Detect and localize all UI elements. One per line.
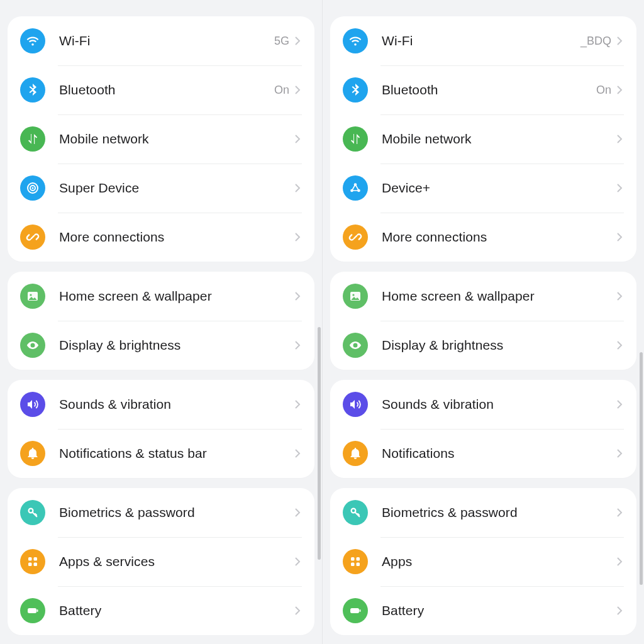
- card-sound: Sounds & vibration Notifications & statu…: [8, 380, 314, 478]
- chevron-right-icon: [293, 338, 302, 352]
- card-sound: Sounds & vibration Notifications: [330, 380, 636, 478]
- scrollbar[interactable]: [318, 327, 321, 560]
- chevron-right-icon: [615, 230, 624, 244]
- scrollbar[interactable]: [640, 352, 643, 585]
- row-value: 5G: [274, 35, 289, 48]
- row-label: Super Device: [59, 180, 293, 196]
- row-label: Display & brightness: [382, 338, 615, 353]
- row-label: Device+: [382, 180, 615, 196]
- row-label: Notifications: [382, 446, 615, 461]
- row-mobile-network[interactable]: Mobile network: [343, 114, 624, 164]
- chevron-right-icon: [615, 397, 624, 411]
- battery-icon: [343, 598, 368, 623]
- row-label: Apps & services: [59, 554, 293, 569]
- row-value: _BDQ: [580, 35, 611, 48]
- chevron-right-icon: [293, 555, 302, 569]
- settings-pane-right: Wi-Fi _BDQ Bluetooth On Mobile network D…: [322, 0, 644, 644]
- key-icon: [20, 500, 45, 525]
- image-icon: [343, 284, 368, 309]
- key-icon: [343, 500, 368, 525]
- row-biometrics[interactable]: Biometrics & password: [343, 488, 624, 537]
- chevron-right-icon: [293, 397, 302, 411]
- bell-icon: [20, 441, 45, 466]
- row-label: Wi-Fi: [59, 33, 274, 48]
- battery-icon: [20, 598, 45, 623]
- bluetooth-icon: [20, 77, 45, 103]
- row-label: Mobile network: [59, 131, 293, 147]
- row-label: Bluetooth: [382, 82, 596, 97]
- card-connectivity: Wi-Fi 5G Bluetooth On Mobile network Sup…: [8, 16, 314, 262]
- bluetooth-icon: [343, 77, 368, 103]
- chevron-right-icon: [615, 34, 624, 48]
- row-display-brightness[interactable]: Display & brightness: [343, 321, 624, 370]
- row-bluetooth[interactable]: Bluetooth On: [343, 65, 624, 114]
- chevron-right-icon: [293, 604, 302, 618]
- row-sounds[interactable]: Sounds & vibration: [343, 380, 624, 429]
- arrows-icon: [20, 126, 45, 152]
- row-label: More connections: [382, 230, 615, 245]
- row-bluetooth[interactable]: Bluetooth On: [20, 65, 302, 114]
- row-more-connections[interactable]: More connections: [343, 213, 624, 262]
- chevron-right-icon: [615, 289, 624, 303]
- link-icon: [343, 225, 368, 250]
- row-more-connections[interactable]: More connections: [20, 213, 302, 262]
- row-label: Biometrics & password: [59, 505, 293, 520]
- row-value: On: [274, 84, 289, 97]
- arrows-icon: [343, 126, 368, 152]
- share-icon: [343, 175, 368, 201]
- chevron-right-icon: [615, 338, 624, 352]
- chevron-right-icon: [293, 506, 302, 519]
- row-super-device[interactable]: Super Device: [20, 164, 302, 213]
- chevron-right-icon: [293, 230, 302, 244]
- chevron-right-icon: [615, 506, 624, 519]
- chevron-right-icon: [293, 289, 302, 303]
- row-battery[interactable]: Battery: [20, 586, 302, 635]
- card-security: Biometrics & password Apps Battery: [330, 488, 636, 635]
- row-label: Apps: [382, 554, 615, 569]
- row-mobile-network[interactable]: Mobile network: [20, 114, 302, 164]
- card-display: Home screen & wallpaper Display & bright…: [8, 272, 314, 370]
- row-label: Home screen & wallpaper: [382, 289, 615, 304]
- row-label: Wi-Fi: [382, 33, 580, 48]
- eye-icon: [343, 333, 368, 358]
- row-battery[interactable]: Battery: [343, 586, 624, 635]
- row-label: More connections: [59, 230, 293, 245]
- settings-pane-left: Wi-Fi 5G Bluetooth On Mobile network Sup…: [0, 0, 322, 644]
- chevron-right-icon: [293, 83, 302, 97]
- card-display: Home screen & wallpaper Display & bright…: [330, 272, 636, 370]
- row-display-brightness[interactable]: Display & brightness: [20, 321, 302, 370]
- wifi-icon: [343, 28, 368, 53]
- image-icon: [20, 284, 45, 309]
- chevron-right-icon: [615, 555, 624, 569]
- eye-icon: [20, 333, 45, 358]
- row-biometrics[interactable]: Biometrics & password: [20, 488, 302, 537]
- row-wifi[interactable]: Wi-Fi _BDQ: [343, 16, 624, 65]
- row-label: Battery: [382, 603, 615, 618]
- chevron-right-icon: [615, 132, 624, 146]
- row-label: Notifications & status bar: [59, 446, 293, 461]
- wifi-icon: [20, 28, 45, 53]
- chevron-right-icon: [615, 447, 624, 460]
- card-connectivity: Wi-Fi _BDQ Bluetooth On Mobile network D…: [330, 16, 636, 262]
- chevron-right-icon: [293, 34, 302, 48]
- row-device-plus[interactable]: Device+: [343, 164, 624, 213]
- row-apps[interactable]: Apps: [343, 537, 624, 586]
- sound-icon: [20, 392, 45, 417]
- target-icon: [20, 175, 45, 201]
- grid-icon: [20, 549, 45, 574]
- row-wifi[interactable]: Wi-Fi 5G: [20, 16, 302, 65]
- row-label: Mobile network: [382, 131, 615, 147]
- row-sounds[interactable]: Sounds & vibration: [20, 380, 302, 429]
- row-notifications[interactable]: Notifications: [343, 429, 624, 478]
- row-label: Display & brightness: [59, 338, 293, 353]
- sound-icon: [343, 392, 368, 417]
- row-label: Sounds & vibration: [59, 397, 293, 412]
- chevron-right-icon: [615, 181, 624, 195]
- card-security: Biometrics & password Apps & services Ba…: [8, 488, 314, 635]
- chevron-right-icon: [615, 83, 624, 97]
- row-home-wallpaper[interactable]: Home screen & wallpaper: [20, 272, 302, 321]
- row-notifications[interactable]: Notifications & status bar: [20, 429, 302, 478]
- row-value: On: [596, 84, 611, 97]
- row-apps[interactable]: Apps & services: [20, 537, 302, 586]
- row-home-wallpaper[interactable]: Home screen & wallpaper: [343, 272, 624, 321]
